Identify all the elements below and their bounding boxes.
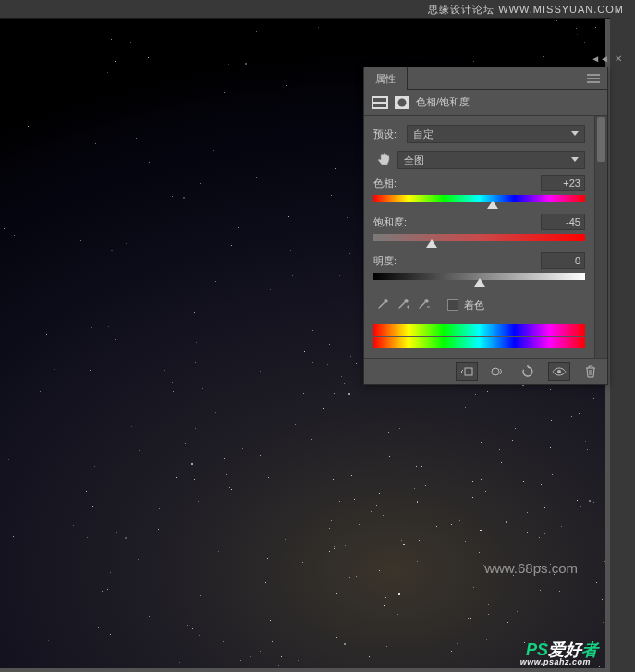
preset-label: 预设: [373, 128, 407, 141]
scrollbar-thumb[interactable] [597, 117, 605, 162]
delete-icon[interactable] [581, 363, 600, 380]
watermark-psahz-url: www.psahz.com [520, 657, 591, 666]
hue-slider[interactable] [373, 195, 585, 204]
close-icon[interactable]: ✕ [615, 54, 622, 64]
chevron-down-icon [571, 157, 579, 162]
eyedropper-row: 着色 [373, 291, 585, 323]
svg-point-4 [398, 98, 407, 106]
saturation-slider[interactable] [373, 234, 585, 243]
reset-icon[interactable] [519, 363, 537, 380]
lightness-slider-handle[interactable] [474, 278, 485, 287]
svg-rect-2 [373, 104, 386, 107]
lightness-value-input[interactable]: 0 [541, 252, 585, 269]
preset-row: 预设: 自定 [373, 123, 585, 145]
checkbox-icon [447, 299, 458, 311]
clip-to-layer-icon[interactable] [456, 362, 478, 381]
panel-tabbar: 属性 [364, 67, 607, 90]
saturation-slider-row: 饱和度: -45 [373, 214, 585, 243]
tab-properties[interactable]: 属性 [364, 67, 408, 90]
hue-slider-row: 色相: +23 [373, 175, 585, 204]
preset-select[interactable]: 自定 [407, 125, 585, 143]
adjustment-type-label: 色相/饱和度 [416, 95, 470, 109]
saturation-label: 饱和度: [373, 215, 541, 229]
eyedropper-icon[interactable] [373, 297, 392, 313]
scrubby-hand-icon[interactable] [373, 151, 394, 169]
lightness-label: 明度: [373, 254, 541, 268]
channel-select[interactable]: 全图 [397, 151, 585, 169]
panel-menu-icon[interactable] [580, 74, 607, 83]
mask-icon [394, 95, 410, 110]
eyedropper-add-icon[interactable] [394, 297, 412, 313]
colorize-checkbox[interactable]: 着色 [447, 299, 484, 312]
top-watermark: 思缘设计论坛 WWW.MISSYUAN.COM [0, 0, 635, 18]
colorize-label: 着色 [464, 299, 484, 312]
panel-body: 预设: 自定 全图 色相: +23 饱和度: [364, 116, 607, 358]
saturation-slider-handle[interactable] [426, 239, 437, 248]
color-range-strip-bottom[interactable] [373, 337, 585, 348]
adjustment-type-header: 色相/饱和度 [364, 90, 607, 116]
saturation-value-input[interactable]: -45 [541, 214, 585, 230]
hue-label: 色相: [373, 177, 541, 190]
svg-rect-5 [465, 368, 472, 375]
svg-point-7 [557, 370, 561, 373]
visibility-toggle-icon[interactable] [548, 362, 570, 381]
collapse-icon[interactable]: ◄◄ [591, 54, 609, 64]
channel-row: 全图 [373, 149, 585, 171]
panel-scrollbar[interactable] [594, 116, 607, 358]
svg-point-6 [492, 368, 499, 375]
panel-footer [364, 358, 607, 384]
color-range-strip-top[interactable] [373, 324, 585, 336]
lightness-slider-row: 明度: 0 [373, 252, 585, 282]
panel-dock-controls: ◄◄ ✕ [591, 54, 622, 64]
chevron-down-icon [571, 131, 579, 136]
svg-rect-1 [373, 98, 386, 102]
hue-value-input[interactable]: +23 [541, 175, 585, 191]
hue-slider-handle[interactable] [487, 201, 498, 209]
watermark-psahz-logo: PS爱好者 www.psahz.com [526, 639, 598, 661]
watermark-68ps: www.68ps.com [484, 560, 578, 576]
eyedropper-subtract-icon[interactable] [414, 297, 433, 313]
view-previous-icon[interactable] [489, 363, 507, 380]
properties-panel: 属性 色相/饱和度 预设: 自定 全图 [363, 67, 608, 385]
hue-sat-icon [372, 95, 388, 110]
lightness-slider[interactable] [373, 273, 585, 282]
